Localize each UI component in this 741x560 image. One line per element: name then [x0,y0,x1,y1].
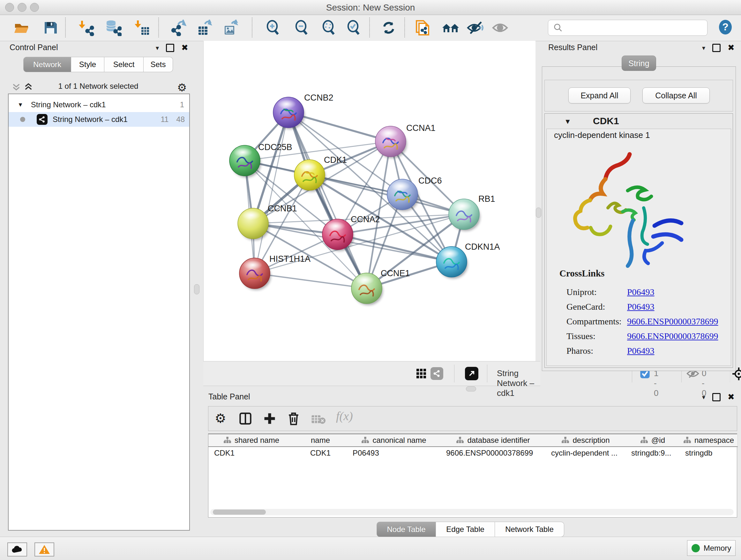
column-header[interactable]: description [545,434,626,447]
table-cell[interactable]: 9606.ENSP00000378699 [441,447,545,459]
add-column-icon[interactable] [263,412,277,426]
delete-table-icon[interactable] [311,414,326,424]
search-input[interactable] [566,21,707,35]
tab-select[interactable]: Select [105,57,144,72]
cloud-button[interactable] [7,543,27,557]
hide-selected-button[interactable] [466,18,485,37]
collapse-all-button[interactable]: Collapse All [643,87,710,104]
first-neighbors-button[interactable] [441,18,460,37]
help-button[interactable]: ? [718,19,733,35]
network-node[interactable] [351,273,383,305]
node-label: CDK1 [324,155,347,165]
export-table-button[interactable] [195,18,214,37]
table-cell[interactable]: cyclin-dependent ... [545,447,625,459]
show-columns-icon[interactable] [239,412,253,426]
crosslink-link[interactable]: P06493 [627,302,655,312]
status-bar: Memory [0,537,741,560]
network-options-gear-icon[interactable]: ⚙ [177,81,187,94]
export-image-button[interactable] [221,18,240,37]
table-cell[interactable]: stringdb:9... [625,447,679,459]
results-panel-menu-button[interactable]: ▾ [702,44,705,52]
warnings-button[interactable] [35,543,54,557]
crosslink-row: Compartments:9606.ENSP00000378699 [566,314,726,329]
network-node[interactable] [449,199,480,231]
save-session-button[interactable] [41,18,60,37]
export-network-button[interactable] [169,18,188,37]
tab-node-table[interactable]: Node Table [377,522,436,537]
control-panel-float-button[interactable] [166,44,174,52]
open-session-button[interactable] [12,18,31,37]
table-panel-menu-button[interactable]: ▾ [702,393,705,401]
table-cell[interactable]: P06493 [347,447,441,459]
tab-sets[interactable]: Sets [144,57,173,72]
expand-all-button[interactable]: Expand All [568,87,630,104]
tab-edge-table[interactable]: Edge Table [436,522,495,537]
zoom-fit-button[interactable] [319,18,338,37]
network-node[interactable] [294,160,326,192]
string-network-badge-icon [37,114,48,125]
column-header[interactable]: name [294,434,347,447]
column-header[interactable]: database identifier [441,434,546,447]
birds-eye-grid-icon[interactable] [415,368,427,379]
column-type-icon [361,436,369,444]
crosslink-link[interactable]: 9606.ENSP00000378699 [627,316,718,327]
network-canvas[interactable]: CCNB2 CCNA1 CDC25B CDK1 CDC6 RB1 CCNB1 C… [203,41,536,361]
crosslink-link[interactable]: P06493 [627,287,655,297]
node-label: CDC6 [418,176,442,186]
zoom-out-button[interactable] [292,18,311,37]
cdk1-disclosure-icon[interactable]: ▼ [564,118,571,126]
open-folder-icon [13,19,30,36]
string-view-badge-icon[interactable] [430,367,443,380]
memory-button[interactable]: Memory [687,540,736,556]
delete-trash-icon[interactable] [286,411,301,426]
table-settings-gear-icon[interactable]: ⚙ [215,411,226,426]
network-node[interactable] [436,246,468,279]
show-hidden-button[interactable] [490,18,510,37]
table-cell[interactable]: CDK1 [294,447,347,459]
results-panel-title: Results Panel [548,43,597,52]
table-panel-close-button[interactable]: ✖ [728,392,735,402]
network-node[interactable] [239,258,271,290]
network-collection-row[interactable]: ▼ String Network – cdk1 1 [9,98,189,112]
disclosure-triangle-icon[interactable]: ▼ [17,102,23,108]
results-panel-float-button[interactable] [712,44,721,52]
tab-string[interactable]: String [622,56,656,71]
table-cell[interactable]: stringdb [679,447,738,459]
column-header[interactable]: @id [625,434,680,447]
function-builder-button[interactable]: f(x) [336,409,353,423]
scrollbar-thumb[interactable] [213,509,266,515]
table-cell[interactable]: CDK1 [208,447,294,459]
crosslink-label: GeneCard: [566,302,627,312]
import-network-database-button[interactable] [104,18,123,37]
control-panel-menu-button[interactable]: ▾ [156,44,159,52]
control-panel-close-button[interactable]: ✖ [181,43,188,53]
column-header[interactable]: canonical name [347,434,441,447]
import-network-file-button[interactable] [77,18,96,37]
network-row[interactable]: String Network – cdk1 11 48 [9,112,189,127]
open-in-window-button[interactable] [465,367,478,380]
network-node[interactable] [375,126,407,159]
network-node[interactable] [229,145,261,178]
column-header-label: database identifier [467,436,530,445]
right-splitter-handle[interactable] [536,207,541,218]
left-splitter-handle[interactable] [194,284,199,294]
bottom-splitter-handle[interactable] [466,386,476,391]
import-table-file-button[interactable] [132,18,151,37]
network-edge[interactable] [255,273,367,288]
network-edge[interactable] [255,112,288,273]
column-header[interactable]: namespace [679,434,738,447]
table-panel-float-button[interactable] [712,393,721,401]
tab-network[interactable]: Network [23,57,71,72]
refresh-button[interactable] [379,18,398,37]
table-horizontal-scrollbar[interactable] [210,509,734,515]
tab-network-table[interactable]: Network Table [495,522,564,537]
tab-style[interactable]: Style [71,57,105,72]
zoom-selected-button[interactable] [344,18,363,37]
column-header[interactable]: shared name [208,434,294,447]
crosslink-link[interactable]: P06493 [627,346,655,356]
zoom-in-button[interactable] [263,18,282,37]
column-header-label: name [311,436,330,445]
results-panel-close-button[interactable]: ✖ [728,43,735,53]
crosslink-link[interactable]: 9606.ENSP00000378699 [627,331,718,341]
clone-network-button[interactable] [413,18,432,37]
